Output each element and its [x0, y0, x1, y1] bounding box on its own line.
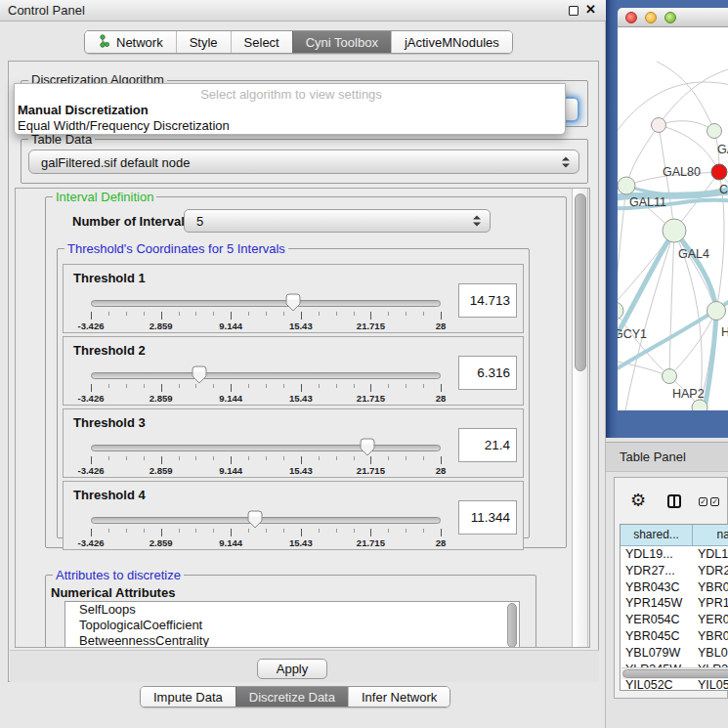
tick-mark [336, 384, 337, 388]
tick-mark [406, 384, 407, 388]
network-node-label: GA [717, 143, 728, 156]
table-row[interactable]: YBR043CYBR043C [621, 579, 728, 596]
table-row[interactable]: YBL079WYBL079W [621, 645, 728, 662]
table-data-combo[interactable]: galFiltered.sif default node [28, 150, 579, 174]
tick-label: 21.715 [357, 465, 385, 476]
network-icon [98, 34, 110, 51]
close-icon[interactable]: ✕ [585, 2, 596, 17]
table-hscrollbar[interactable] [621, 667, 728, 679]
table-row[interactable]: YER054CYER054C [621, 612, 728, 628]
tab-impute-data[interactable]: Impute Data [141, 687, 236, 707]
apply-band: Apply [10, 650, 599, 682]
tick-label: 2.859 [150, 465, 173, 476]
popup-item-placeholder[interactable]: Select algorithm to view settings [15, 87, 565, 103]
checkbox-icon[interactable]: ✓ [710, 497, 719, 506]
table-row[interactable]: YBR045CYBR045C [621, 628, 728, 645]
apply-button[interactable]: Apply [257, 659, 327, 679]
close-traffic-light[interactable] [625, 12, 637, 23]
table-header-cell[interactable]: shared... [621, 525, 693, 546]
slider-track[interactable] [91, 300, 441, 307]
table-cell: YDR27... [621, 563, 693, 579]
network-edge[interactable] [659, 66, 728, 125]
tab-infer-network[interactable]: Infer Network [348, 687, 450, 707]
gear-icon[interactable]: ⚙ [630, 492, 646, 509]
attribute-item[interactable]: SelfLoops [65, 602, 519, 618]
network-node-hap2[interactable] [663, 369, 677, 384]
popup-item-bold[interactable]: Manual Discretization [15, 103, 565, 118]
network-edge[interactable] [669, 231, 674, 376]
popup-item-plain[interactable]: Equal Width/Frequency Discretization [15, 118, 565, 134]
table-panel-titlebar: Table Panel [606, 442, 728, 472]
tick-mark [370, 456, 371, 464]
panel-title: Control Panel [8, 3, 85, 18]
tab-jactivemnodules[interactable]: jActiveMNodules [391, 31, 512, 53]
slider-thumb[interactable] [285, 293, 301, 312]
slider-track[interactable] [91, 445, 441, 451]
network-node-gal11[interactable] [618, 177, 635, 194]
column-view-icon[interactable] [667, 494, 681, 508]
network-node-c[interactable] [711, 164, 727, 180]
num-intervals-spinner[interactable]: 5 [184, 209, 491, 233]
attributes-scrollbar[interactable] [507, 603, 517, 648]
tick-label: 2.859 [150, 537, 173, 548]
tick-label: 21.715 [357, 393, 385, 404]
settings-scrollbar-track[interactable] [572, 189, 588, 647]
threshold-value-field[interactable]: 6.316 [458, 356, 517, 390]
attribute-item[interactable]: TopologicalCoefficient [65, 618, 519, 633]
table-row[interactable]: YPR145WYPR145W [621, 595, 728, 612]
slider-ticks [91, 529, 441, 537]
tick-mark [144, 529, 145, 533]
attribute-item[interactable]: BetweennessCentrality [65, 633, 519, 648]
slider-track[interactable] [91, 517, 441, 524]
threshold-value-field[interactable]: 11.344 [458, 500, 517, 535]
tab-style[interactable]: Style [176, 31, 231, 53]
network-edge-highlighted[interactable] [706, 311, 716, 404]
slider-thumb[interactable] [192, 365, 207, 384]
tab-discretize-data[interactable]: Discretize Data [236, 687, 348, 707]
network-edge[interactable] [626, 125, 659, 186]
tick-mark [161, 529, 162, 536]
tick-label: -3.426 [78, 465, 105, 476]
threshold-panel: Threshold 4-3.4262.8599.14415.4321.71528… [63, 481, 524, 550]
settings-scrollbar-thumb[interactable] [575, 193, 586, 371]
table-cell: YIL052C [693, 677, 728, 691]
float-window-icon[interactable] [569, 6, 578, 16]
table-row[interactable]: YDR27...YDR27... [621, 563, 728, 579]
network-node-h[interactable] [707, 302, 726, 321]
slider-track[interactable] [91, 372, 441, 379]
threshold-value-field[interactable]: 14.713 [458, 283, 517, 318]
tick-mark [406, 529, 407, 533]
tab-network[interactable]: Network [85, 31, 176, 53]
zoom-traffic-light[interactable] [664, 12, 676, 23]
table-row[interactable]: YDL19...YDL19... [621, 546, 728, 563]
slider-thumb[interactable] [247, 510, 263, 529]
table-header-cell[interactable]: name [693, 525, 728, 546]
tick-mark [354, 312, 355, 316]
tick-mark [301, 456, 302, 464]
network-node-gal4[interactable] [663, 219, 686, 242]
network-node[interactable] [692, 400, 707, 410]
table-cell: YBR045C [621, 628, 693, 645]
tick-mark [423, 384, 424, 388]
tick-mark [266, 529, 267, 533]
slider-thumb[interactable] [360, 438, 375, 456]
tab-select[interactable]: Select [231, 31, 292, 53]
network-node-gcy1[interactable] [618, 302, 623, 320]
table-row[interactable]: YIL052CYIL052C [621, 677, 728, 691]
tick-mark [406, 456, 407, 460]
tick-mark [388, 312, 389, 316]
network-node-gal80[interactable] [652, 118, 666, 133]
tab-label: Style [190, 35, 218, 50]
tab-label: Discretize Data [249, 690, 335, 705]
checkbox-icon[interactable]: ✓ [699, 497, 707, 506]
table-hscrollbar-thumb[interactable] [622, 669, 728, 678]
network-canvas[interactable]: GAL80GACGAL11GAL4GCY1HHAP2 [618, 27, 728, 410]
minimize-traffic-light[interactable] [645, 12, 657, 23]
tick-mark [248, 312, 249, 316]
threshold-value-field[interactable]: 21.4 [458, 428, 517, 462]
network-node-ga[interactable] [707, 124, 722, 139]
tick-mark [370, 529, 371, 536]
tab-cyni-toolbox[interactable]: Cyni Toolbox [292, 31, 391, 53]
tick-mark [248, 384, 249, 388]
network-edge[interactable] [659, 121, 714, 131]
